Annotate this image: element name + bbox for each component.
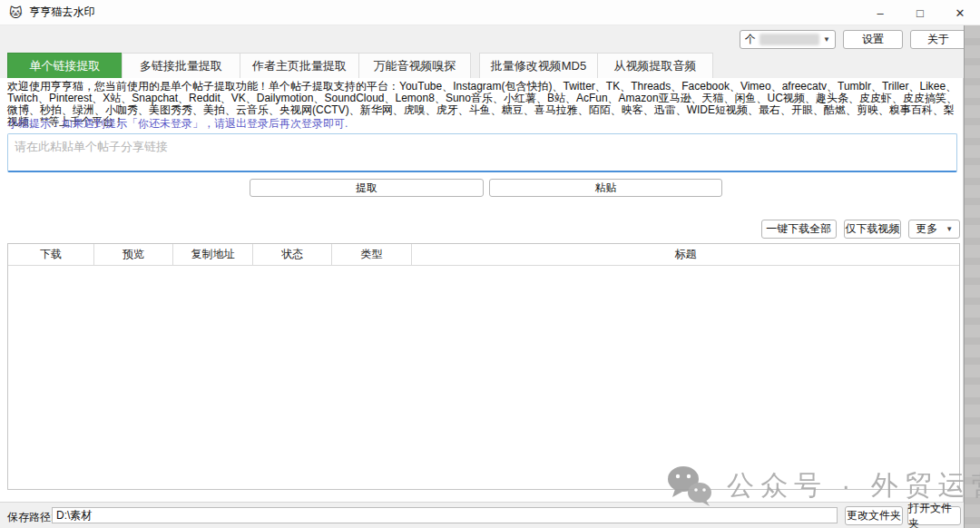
column-header-download: 下载 (8, 244, 94, 265)
download-video-only-button[interactable]: 仅下载视频 (844, 220, 902, 239)
tab-batch-modify-video-md5[interactable]: 批量修改视频MD5 (479, 53, 598, 78)
maximize-button[interactable]: □ (900, 0, 940, 25)
footer-bar: 保存路径: 更改文件夹 打开文件夹 (0, 502, 964, 528)
download-actions-row: 一键下载全部 仅下载视频 更多 ▼ (761, 220, 960, 239)
minimize-button[interactable]: – (860, 0, 900, 25)
tab-author-homepage-batch-extract[interactable]: 作者主页批量提取 (240, 53, 359, 78)
tab-single-link-extract[interactable]: 单个链接提取 (7, 53, 122, 78)
tab-extract-audio-from-video[interactable]: 从视频提取音频 (597, 53, 713, 78)
open-folder-button[interactable]: 打开文件夹 (907, 506, 961, 525)
background-window-strip (964, 25, 980, 528)
app-window: 🐱 亨亨猫去水印 – □ ✕ 个 ▼ 设置 关于 单个链接提取 多链接批量提取 … (0, 0, 980, 528)
tab-bar: 单个链接提取 多链接批量提取 作者主页批量提取 万能音视频嗅探 批量修改视频MD… (0, 53, 964, 78)
more-dropdown-button[interactable]: 更多 ▼ (908, 220, 960, 239)
column-header-copy-address: 复制地址 (173, 244, 253, 265)
app-title: 亨亨猫去水印 (30, 5, 95, 20)
save-path-label: 保存路径: (7, 510, 54, 525)
window-controls: – □ ✕ (860, 0, 980, 25)
hint-text: 小猫提示：如果遇到提示「你还未登录」，请退出登录后再次登录即可. (7, 116, 348, 132)
paste-button[interactable]: 粘贴 (489, 179, 722, 197)
column-header-status: 状态 (253, 244, 332, 265)
settings-button[interactable]: 设置 (843, 30, 903, 49)
tab-universal-media-sniffer[interactable]: 万能音视频嗅探 (358, 53, 471, 78)
download-all-button[interactable]: 一键下载全部 (761, 220, 837, 239)
table-header-row: 下载 预览 复制地址 状态 类型 标题 (8, 244, 959, 266)
link-input[interactable] (7, 133, 957, 172)
close-button[interactable]: ✕ (940, 0, 980, 25)
chevron-down-icon: ▼ (946, 226, 953, 233)
table-body-empty (8, 266, 959, 489)
tab-multi-link-batch-extract[interactable]: 多链接批量提取 (122, 53, 240, 78)
extract-button[interactable]: 提取 (250, 179, 484, 197)
change-folder-button[interactable]: 更改文件夹 (845, 506, 903, 525)
column-header-type: 类型 (332, 244, 412, 265)
chevron-down-icon: ▼ (823, 36, 830, 44)
account-dropdown[interactable]: 个 ▼ (740, 30, 836, 49)
redacted-text (760, 34, 819, 45)
about-button[interactable]: 关于 (910, 30, 966, 49)
save-path-input[interactable] (52, 507, 838, 523)
results-table: 下载 预览 复制地址 状态 类型 标题 (7, 243, 960, 490)
column-header-preview: 预览 (94, 244, 173, 265)
account-dropdown-text: 个 (745, 32, 756, 47)
tab-gap (471, 53, 479, 78)
cat-icon: 🐱 (9, 6, 23, 19)
more-label: 更多 (916, 221, 937, 237)
title-bar: 🐱 亨亨猫去水印 – □ ✕ (0, 0, 980, 25)
column-header-title: 标题 (412, 244, 959, 265)
